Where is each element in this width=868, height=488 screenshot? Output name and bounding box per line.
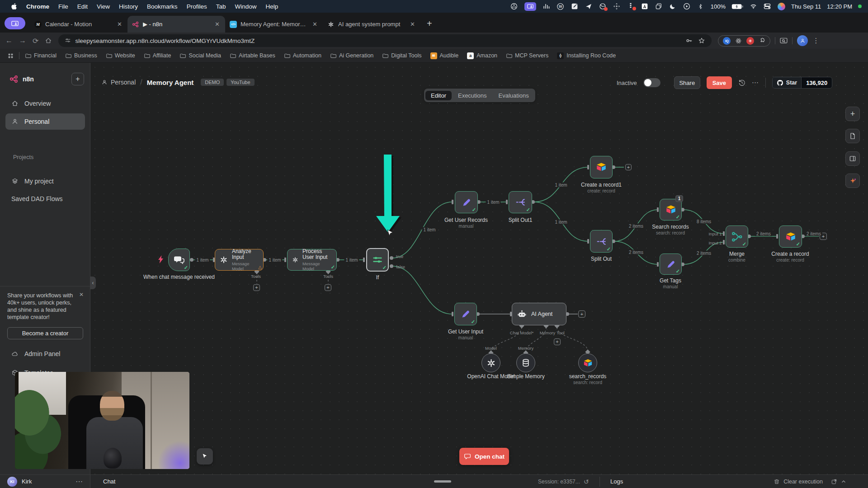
bookmark-ai-generation[interactable]: Ai Generation — [327, 52, 377, 59]
atom-extension-icon[interactable] — [735, 38, 742, 44]
bookmark-financial[interactable]: Financial — [22, 52, 60, 59]
add-next-node-button[interactable]: + — [578, 310, 585, 318]
tab-executions[interactable]: Executions — [453, 91, 492, 100]
github-star-widget[interactable]: Star 136,920 — [772, 77, 832, 89]
bookmark-roo-code[interactable]: ⟠Installing Roo Code — [554, 52, 619, 59]
tab-ai-system-prompt[interactable]: AI agent system prompt ✕ — [323, 16, 420, 33]
bookmark-affiliate[interactable]: Affiliate — [141, 52, 175, 59]
tab-close-icon[interactable]: ✕ — [214, 21, 221, 28]
tab-close-icon[interactable]: ✕ — [409, 21, 416, 28]
badge-55-icon[interactable]: 55 — [557, 2, 565, 10]
menu-window[interactable]: Window — [230, 3, 261, 10]
node-process-user-input[interactable]: Process User InputMessage Model ✓ — [287, 249, 337, 271]
tab-n8n-active[interactable]: ▶ - n8n ✕ — [127, 16, 225, 33]
menu-help[interactable]: Help — [261, 3, 283, 10]
iq-extension-icon[interactable]: IQ — [723, 37, 731, 45]
logs-panel-label[interactable]: Logs — [610, 478, 623, 485]
active-toggle[interactable] — [643, 78, 660, 87]
sidebar-item-personal[interactable]: Personal — [5, 113, 85, 130]
node-merge[interactable]: ✓ — [726, 225, 748, 248]
sidebar-item-my-project[interactable]: My project — [5, 174, 85, 189]
session-reset-icon[interactable]: ↺ — [584, 478, 589, 485]
add-next-node-button[interactable]: + — [625, 164, 632, 170]
bookmark-star-icon[interactable] — [698, 37, 705, 44]
canvas-panel-toggle-button[interactable] — [845, 151, 860, 166]
menu-chrome[interactable]: Chrome — [22, 3, 54, 10]
reload-icon[interactable]: ⟳ — [33, 37, 38, 45]
node-when-chat-message-received[interactable]: ✓ — [168, 249, 190, 271]
canvas-add-node-button[interactable]: + — [845, 107, 860, 121]
promo-close-icon[interactable]: ✕ — [79, 291, 84, 298]
bookmark-business[interactable]: Business — [62, 52, 100, 59]
menu-file[interactable]: File — [54, 3, 73, 10]
paper-plane-icon[interactable] — [585, 2, 593, 10]
node-create-a-record1[interactable] — [590, 156, 613, 178]
menubar-date[interactable]: Thu Sep 11 — [791, 3, 821, 10]
canvas-ai-assistant-button[interactable] — [845, 174, 860, 188]
popout-icon[interactable] — [831, 479, 837, 485]
node-split-out[interactable]: ✓ — [590, 230, 613, 253]
address-bar[interactable]: sleepyseamonster.app.n8n.cloud/workflow/… — [58, 34, 712, 47]
wifi-icon[interactable] — [749, 2, 757, 10]
a-box-icon[interactable] — [641, 2, 649, 10]
tag-youtube[interactable]: YouTube — [226, 79, 254, 86]
trash-icon[interactable] — [774, 479, 780, 485]
obs-icon[interactable] — [510, 2, 518, 10]
menubar-time[interactable]: 12:20 PM — [827, 3, 852, 10]
add-tool-button[interactable]: + — [325, 284, 331, 291]
sidebar-item-admin-panel[interactable]: Admin Panel — [5, 346, 85, 362]
tab-editor[interactable]: Editor — [425, 91, 452, 100]
clear-execution-button[interactable]: Clear execution — [783, 479, 823, 485]
stats-bars-icon[interactable] — [542, 2, 551, 10]
site-settings-icon[interactable] — [65, 38, 71, 44]
bluetooth-icon[interactable] — [697, 2, 705, 10]
become-creator-button[interactable]: Become a creator — [7, 327, 83, 339]
user-menu-icon[interactable]: ⋯ — [75, 477, 83, 486]
status-bars-red-icon[interactable] — [627, 2, 635, 10]
breadcrumb-project[interactable]: Personal — [111, 79, 136, 86]
bookmark-digital-tools[interactable]: Digital Tools — [379, 52, 425, 59]
home-icon[interactable] — [45, 37, 52, 44]
apps-grid-icon[interactable] — [5, 53, 17, 59]
tab-group-icon[interactable] — [5, 17, 25, 29]
control-center-icon[interactable] — [763, 2, 771, 10]
copy-stack-icon[interactable] — [655, 2, 663, 10]
node-get-tags[interactable]: ✓ — [660, 253, 682, 275]
sidebar-item-saved-dad-flows[interactable]: Saved DAD Flows — [11, 195, 63, 202]
workflow-title[interactable]: Memory Agent — [147, 79, 194, 86]
tab-evaluations[interactable]: Evaluations — [493, 91, 534, 100]
bookmark-airtable-bases[interactable]: Airtable Bases — [226, 52, 278, 59]
tab-close-icon[interactable]: ✕ — [116, 21, 123, 28]
menu-profiles[interactable]: Profiles — [182, 3, 212, 10]
tag-demo[interactable]: DEMO — [201, 79, 224, 86]
share-button[interactable]: Share — [674, 76, 700, 89]
menu-view[interactable]: View — [92, 3, 114, 10]
new-tab-button[interactable]: + — [427, 19, 432, 29]
open-chat-button[interactable]: Open chat — [459, 448, 509, 465]
save-button[interactable]: Save — [707, 76, 732, 89]
bookmark-mcp-servers[interactable]: MCP Servers — [503, 52, 552, 59]
sidebar-user-row[interactable]: KI Kirk ⋯ — [0, 474, 90, 488]
node-create-a-record[interactable]: ✓ — [779, 225, 802, 248]
node-analyze-input[interactable]: Analyze InputMessage Model △ — [215, 249, 264, 271]
forward-icon[interactable]: → — [19, 37, 26, 45]
add-workflow-button[interactable]: + — [71, 73, 84, 85]
bookmark-website[interactable]: Website — [103, 52, 138, 59]
node-ai-agent[interactable]: AI Agent — [512, 303, 566, 325]
node-search-records-tool[interactable] — [578, 353, 597, 372]
add-tool-button[interactable]: + — [554, 338, 561, 345]
chat-panel-label[interactable]: Chat — [103, 478, 115, 485]
menu-bookmarks[interactable]: Bookmarks — [142, 3, 182, 10]
red-extension-icon[interactable] — [746, 37, 754, 45]
node-if-selected[interactable]: ✓ — [366, 248, 389, 272]
pointer-tool-button[interactable] — [197, 448, 213, 465]
sidebar-collapse-chevron[interactable]: ‹ — [90, 277, 96, 289]
node-split-out1[interactable]: ✓ — [509, 191, 532, 213]
screen-search-icon[interactable] — [780, 38, 788, 44]
tab-calendar-motion[interactable]: M Calendar - Motion ✕ — [30, 16, 127, 33]
node-search-records[interactable]: ✓ — [660, 199, 682, 221]
apple-menu-icon[interactable] — [6, 3, 22, 10]
back-icon[interactable]: ← — [5, 37, 13, 45]
password-key-icon[interactable] — [685, 37, 693, 44]
history-icon[interactable] — [738, 79, 745, 86]
